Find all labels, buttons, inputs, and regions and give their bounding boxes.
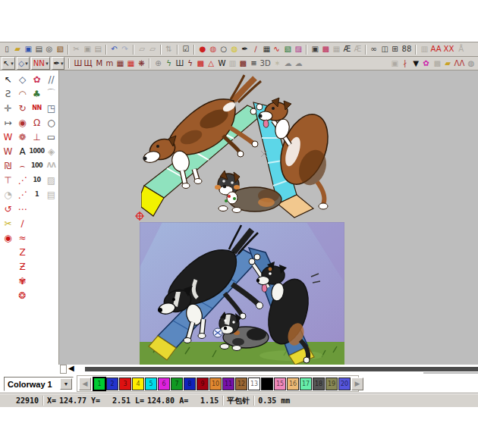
select-arrow-tool[interactable]: ↖: [1, 72, 15, 86]
color-swatch-10[interactable]: 10: [209, 378, 222, 390]
clipped-edge-icon[interactable]: ◍: [466, 58, 476, 70]
lasso-tool[interactable]: Ƨ: [1, 86, 15, 101]
machine-tool[interactable]: ₪: [1, 158, 15, 173]
applique-icon[interactable]: △: [206, 58, 216, 70]
palette-scroll-left-icon[interactable]: ◀: [79, 378, 91, 390]
column-stitch-icon[interactable]: Ш: [174, 58, 184, 70]
satin-stitch-icon[interactable]: Ш: [72, 58, 83, 70]
curve-tool[interactable]: ⌒: [44, 86, 58, 101]
arch-nodes-tool[interactable]: ⌢: [15, 158, 30, 173]
red-xx-icon[interactable]: XX: [442, 43, 455, 55]
nn-stitch-tool[interactable]: NN▾: [31, 57, 50, 70]
w-underline-tool[interactable]: W: [1, 130, 15, 144]
cross-fill-icon[interactable]: ▦: [125, 58, 136, 70]
rotate-tool[interactable]: ↻: [15, 101, 30, 115]
pin-tool[interactable]: ⊤: [1, 173, 15, 187]
color-grid-icon[interactable]: ▩: [320, 43, 331, 55]
run-stitch-tool[interactable]: ⋰: [15, 173, 30, 187]
embroidery-design-preview[interactable]: [141, 72, 357, 220]
scroll-left-arrow-icon[interactable]: ◀: [68, 364, 74, 372]
save-icon[interactable]: ▣: [23, 43, 33, 55]
yellow-hatch-icon[interactable]: ◍: [229, 43, 240, 55]
reshape-tool[interactable]: ✛: [1, 101, 15, 115]
hatch-lines-tool[interactable]: //: [44, 72, 58, 86]
nn-red-tool[interactable]: NN: [30, 101, 44, 115]
palette-scroll-right-icon[interactable]: ▶: [351, 378, 363, 390]
corner-shape-tool[interactable]: ◳: [44, 101, 58, 115]
reshape-nodes-tool[interactable]: ◇: [15, 72, 30, 86]
threed-icon[interactable]: 3D: [259, 58, 272, 70]
curved-fill-icon[interactable]: ϟ: [184, 58, 195, 70]
stop-hand-tool[interactable]: ◉: [1, 230, 15, 245]
color-swatch-2[interactable]: 2: [106, 378, 118, 390]
color-swatch-1[interactable]: 1: [93, 377, 106, 391]
run-dash-tool[interactable]: ⋯: [15, 202, 30, 216]
darkred-fill-icon[interactable]: ▩: [237, 58, 248, 70]
color-swatch-17[interactable]: 17: [300, 378, 312, 390]
wave-stitch-icon[interactable]: ϟ: [163, 58, 174, 70]
color-swatch-18[interactable]: 18: [313, 378, 325, 390]
cloud-outline2-icon[interactable]: ☁: [294, 58, 304, 70]
trim-scissors-tool[interactable]: ✂: [1, 216, 15, 230]
open-folder-icon[interactable]: ▰: [12, 43, 23, 55]
tatami-stitch-icon[interactable]: Щ: [83, 58, 93, 70]
trees-icon[interactable]: ΛΛ: [453, 58, 466, 70]
rotate-red-tool[interactable]: ↺: [1, 202, 15, 216]
needle-point-icon[interactable]: ∤: [400, 58, 410, 70]
zoom-1-tool[interactable]: 1: [30, 187, 44, 202]
estitch-icon[interactable]: m: [104, 58, 115, 70]
color-swatch-7[interactable]: 7: [171, 378, 183, 390]
gears-tool[interactable]: ✾: [15, 274, 30, 288]
wheel-red-tool[interactable]: ❂: [15, 288, 30, 302]
select-check-icon[interactable]: ☑: [181, 43, 191, 55]
new-document-icon[interactable]: ▯: [2, 43, 12, 55]
color-swatch-16[interactable]: 16: [287, 378, 299, 390]
link-bold-icon[interactable]: ⊞: [390, 43, 401, 55]
ellipse-tool[interactable]: ○: [44, 115, 58, 130]
monogram-icon[interactable]: Æ: [341, 43, 352, 55]
select-tool[interactable]: ↖▾: [2, 57, 15, 70]
pen-icon[interactable]: ✒: [240, 43, 250, 55]
bitmap-image-icon[interactable]: ▧: [282, 43, 293, 55]
arch-tool[interactable]: ◠: [15, 86, 30, 101]
colorway-dropdown[interactable]: Colorway 1 ▼: [4, 377, 74, 391]
color-swatch-15[interactable]: 15: [274, 378, 286, 390]
pattern-fill-icon[interactable]: ▦: [115, 58, 125, 70]
flower-tool[interactable]: ✿: [30, 72, 44, 86]
zigzag-stitch-icon[interactable]: M: [93, 58, 104, 70]
needle-icon[interactable]: ∕: [250, 43, 261, 55]
link-chain-icon[interactable]: ∞: [369, 43, 379, 55]
cloud-outline-icon[interactable]: ☁: [283, 58, 294, 70]
lettering-tool[interactable]: A: [15, 144, 30, 158]
undo-icon[interactable]: ↶: [109, 43, 120, 55]
color-swatch-11[interactable]: 11: [222, 378, 234, 390]
zigzag-z2-tool[interactable]: Ƶ: [15, 259, 30, 274]
print-icon[interactable]: ▤: [33, 43, 44, 55]
tree-tool[interactable]: ♣: [30, 86, 44, 101]
vase-tool[interactable]: Ω: [30, 115, 44, 130]
color-swatch-8[interactable]: 8: [184, 378, 196, 390]
framed-image-icon[interactable]: ▣: [310, 43, 320, 55]
chevron-down-icon[interactable]: ▼: [60, 378, 72, 390]
wheel-stitch-icon[interactable]: ⊕: [153, 58, 163, 70]
outline-ellipse-icon[interactable]: ○: [219, 43, 229, 55]
color-swatch-14[interactable]: 14: [261, 378, 273, 390]
zoom-100-tool[interactable]: 100: [30, 158, 44, 173]
outline-pen-tool[interactable]: ✒▾: [52, 57, 65, 70]
zoom-1000-tool[interactable]: 1000: [30, 144, 44, 158]
backstitch-tool[interactable]: ⋰: [15, 187, 30, 202]
stem-line-tool[interactable]: ∕: [15, 216, 30, 230]
w-stitch-icon[interactable]: W: [216, 58, 227, 70]
satin-ellipse-icon[interactable]: ●: [197, 43, 208, 55]
weave-fill-icon[interactable]: ▩: [195, 58, 206, 70]
link-columns-icon[interactable]: ◫: [379, 43, 390, 55]
circled-design-tool[interactable]: ◉: [15, 115, 30, 130]
filter-funnel-icon[interactable]: ▼: [410, 58, 421, 70]
open-design-folder-icon[interactable]: ▰: [442, 58, 453, 70]
lines-icon[interactable]: ≡: [248, 58, 259, 70]
color-swatch-5[interactable]: 5: [145, 378, 157, 390]
grid-icon[interactable]: ▦: [261, 43, 272, 55]
grid-88-icon[interactable]: 88: [401, 43, 413, 55]
color-swatch-13[interactable]: 13: [248, 378, 260, 390]
color-swatch-9[interactable]: 9: [197, 378, 209, 390]
